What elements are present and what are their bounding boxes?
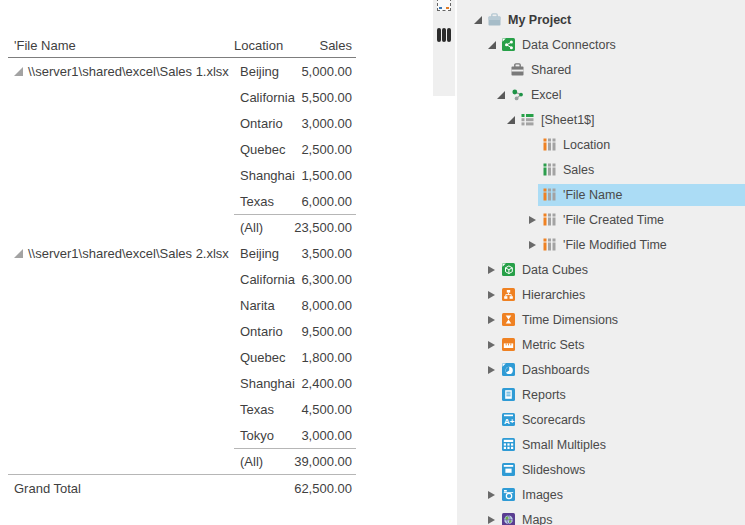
tree-item-content: Dashboards (502, 359, 745, 381)
location-cell: Narita (234, 292, 294, 318)
tree-item-time-dimensions[interactable]: Time Dimensions (457, 307, 745, 332)
tree-item-label: Shared (531, 62, 571, 76)
tree-item-dashboards[interactable]: Dashboards (457, 357, 745, 382)
tree-item-label: Excel (531, 87, 562, 101)
tree-item-data-cubes[interactable]: Data Cubes (457, 257, 745, 282)
tree-item-content: Reports (502, 384, 745, 406)
table-row: Narita8,000.00 (8, 292, 356, 318)
sales-cell: 3,500.00 (294, 240, 356, 266)
grand-total-row: Grand Total62,500.00 (8, 474, 356, 501)
tree-item-small-multiples[interactable]: Small Multiples (457, 432, 745, 457)
expander-slot (488, 516, 502, 524)
expand-arrow-icon[interactable] (488, 341, 495, 349)
tree-item-location[interactable]: Location (457, 132, 745, 157)
expand-arrow-icon[interactable] (488, 491, 495, 499)
tree-item-label: Sales (563, 162, 594, 176)
column-green-icon (543, 163, 556, 176)
tree-item-file-name[interactable]: 'File Name (457, 182, 745, 207)
tree-item-content: Maps (502, 509, 745, 525)
tree-item-content: A+Scorecards (502, 409, 745, 431)
location-cell: Quebec (234, 136, 294, 162)
table-row: Ontario9,500.00 (8, 318, 356, 344)
tree-item-maps[interactable]: Maps (457, 507, 745, 525)
file-name-cell (8, 318, 234, 344)
share-nodes-icon (511, 88, 524, 101)
tree-item-images[interactable]: Images (457, 482, 745, 507)
project-tree: My Project Data Connectors Shared Excel … (457, 0, 745, 525)
location-cell: (All) (234, 448, 294, 474)
group-expander-icon[interactable] (14, 249, 23, 258)
expander-slot (529, 216, 543, 224)
expand-arrow-icon[interactable] (529, 241, 536, 249)
tree-item-excel[interactable]: Excel (457, 82, 745, 107)
file-name-cell: \\server1\shared\excel\Sales 2.xlsx (8, 240, 234, 266)
collapse-arrow-icon[interactable] (507, 116, 515, 124)
sales-cell: 2,400.00 (294, 370, 356, 396)
expander-slot (529, 241, 543, 249)
tree-item-label: Data Cubes (522, 262, 588, 276)
dashboard-pie-icon (502, 363, 515, 376)
hourglass-icon (502, 313, 515, 326)
table-body: \\server1\shared\excel\Sales 1.xlsxBeiji… (8, 58, 356, 501)
tree-item-metric-sets[interactable]: Metric Sets (457, 332, 745, 357)
tree-item-sheet1[interactable]: [Sheet1$] (457, 107, 745, 132)
tree-item-label: Reports (522, 387, 566, 401)
file-name-cell (8, 292, 234, 318)
location-cell: Shanghai (234, 370, 294, 396)
tree-item-file-created-time[interactable]: 'File Created Time (457, 207, 745, 232)
location-cell: Ontario (234, 110, 294, 136)
expander-slot (488, 41, 502, 49)
tree-item-my-project[interactable]: My Project (457, 7, 745, 32)
tree-item-shared[interactable]: Shared (457, 57, 745, 82)
expand-arrow-icon[interactable] (488, 291, 495, 299)
tree-item-sales[interactable]: Sales (457, 157, 745, 182)
tree-item-slideshows[interactable]: Slideshows (457, 457, 745, 482)
tree-item-content: Slideshows (502, 459, 745, 481)
file-name-cell (8, 162, 234, 188)
group-expander-icon[interactable] (14, 67, 23, 76)
tree-item-content: My Project (488, 9, 745, 31)
table-row: California5,500.00 (8, 84, 356, 110)
tree-item-content: 'File Created Time (543, 209, 745, 231)
tree-item-label: My Project (508, 12, 571, 26)
expander-slot (488, 316, 502, 324)
tree-item-scorecards[interactable]: A+Scorecards (457, 407, 745, 432)
file-name-cell (8, 136, 234, 162)
expand-arrow-icon[interactable] (488, 316, 495, 324)
location-cell: Beijing (234, 240, 294, 266)
expand-arrow-icon[interactable] (488, 366, 495, 374)
tree-item-hierarchies[interactable]: Hierarchies (457, 282, 745, 307)
tree-item-label: Metric Sets (522, 337, 585, 351)
sales-cell: 1,800.00 (294, 344, 356, 370)
table-row: Shanghai1,500.00 (8, 162, 356, 188)
tree-item-file-modified-time[interactable]: 'File Modified Time (457, 232, 745, 257)
column-header-file-name[interactable]: 'File Name (8, 34, 234, 57)
tree-item-data-connectors[interactable]: Data Connectors (457, 32, 745, 57)
location-cell: Ontario (234, 318, 294, 344)
location-cell: Texas (234, 396, 294, 422)
tree-item-content: 'File Name (538, 184, 745, 206)
table-row: Quebec1,800.00 (8, 344, 356, 370)
collapse-arrow-icon[interactable] (497, 91, 505, 99)
expander-slot (507, 116, 521, 124)
expander-slot (488, 291, 502, 299)
file-name-cell (8, 396, 234, 422)
sales-cell: 4,500.00 (294, 396, 356, 422)
collapse-arrow-icon[interactable] (474, 16, 482, 24)
location-cell: Beijing (234, 58, 294, 84)
dock-tab-top[interactable] (433, 0, 455, 11)
collapse-arrow-icon[interactable] (488, 41, 496, 49)
column-header-sales[interactable]: Sales (294, 34, 356, 57)
table-row: Ontario3,000.00 (8, 110, 356, 136)
column-header-location[interactable]: Location (234, 34, 294, 57)
sales-cell: 23,500.00 (294, 214, 356, 240)
tree-item-reports[interactable]: Reports (457, 382, 745, 407)
location-cell: California (234, 266, 294, 292)
expand-arrow-icon[interactable] (488, 516, 495, 524)
sales-cell: 6,300.00 (294, 266, 356, 292)
table-row: Tokyo3,000.00 (8, 422, 356, 448)
expand-arrow-icon[interactable] (488, 266, 495, 274)
location-cell (234, 475, 294, 501)
expand-arrow-icon[interactable] (529, 216, 536, 224)
dock-tab-data[interactable] (433, 11, 455, 42)
